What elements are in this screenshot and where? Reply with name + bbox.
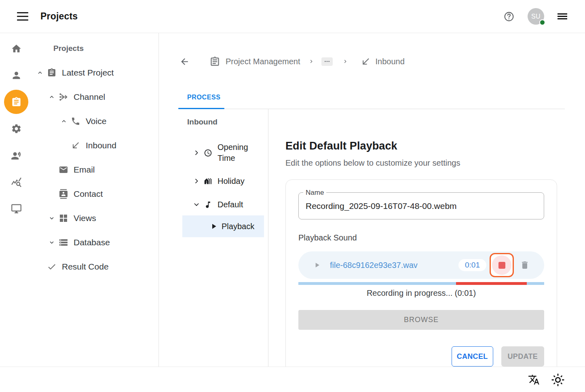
help-icon[interactable] <box>504 11 514 22</box>
process-item-label: Holiday <box>218 176 245 187</box>
recording-progress-red <box>456 282 527 285</box>
form-actions: CANCEL UPDATE <box>298 346 544 367</box>
brightness-icon[interactable] <box>551 373 565 387</box>
duration-badge: 0:01 <box>458 259 486 271</box>
inbound-arrow-icon <box>71 141 80 150</box>
rail-settings-button[interactable] <box>6 119 26 138</box>
play-audio-icon[interactable] <box>313 261 321 269</box>
person-icon <box>11 70 22 81</box>
recording-status-text: Recording in progress... (0:01) <box>298 289 544 298</box>
process-item-label: Opening Time <box>218 142 262 164</box>
translate-icon[interactable] <box>528 374 540 386</box>
chevron-up-icon[interactable] <box>48 93 55 101</box>
sidebar-item-contact[interactable]: Contact <box>32 182 158 206</box>
sidebar-item-label: Email <box>74 165 95 175</box>
process-item-default[interactable]: Default <box>182 194 264 215</box>
clipboard-icon <box>47 68 57 78</box>
recording-progress-bar <box>298 282 544 285</box>
settings-gear-icon <box>11 123 22 134</box>
main-panel: Project Management Inbound PROCESS Inbou… <box>159 33 585 367</box>
views-grid-icon <box>59 213 68 223</box>
chevron-down-icon[interactable] <box>48 239 55 246</box>
audio-file-link[interactable]: file-68c9162e93e37.wav <box>330 261 418 270</box>
sidebar-item-label: Result Code <box>62 262 109 272</box>
tab-label: PROCESS <box>187 94 220 101</box>
holiday-icon <box>204 177 212 185</box>
rail-agents-button[interactable] <box>6 145 26 165</box>
process-tree-panel: Inbound Opening Time Holiday <box>178 109 268 367</box>
analytics-icon <box>11 177 22 188</box>
process-item-label: Default <box>218 199 243 210</box>
clock-icon <box>204 149 212 157</box>
chevron-down-icon[interactable] <box>193 201 200 208</box>
rail-home-button[interactable] <box>6 39 26 58</box>
process-item-holiday[interactable]: Holiday <box>182 170 264 192</box>
stop-recording-button[interactable] <box>490 253 514 277</box>
sidebar-hamburger-icon[interactable] <box>17 12 28 21</box>
process-item-playback[interactable]: Playback <box>182 215 264 237</box>
sidebar-item-email[interactable]: Email <box>32 158 158 182</box>
rail-projects-button[interactable] <box>6 92 26 112</box>
sidebar-item-latest-project[interactable]: Latest Project <box>32 61 158 85</box>
monitor-icon <box>11 203 22 214</box>
chevron-right-icon[interactable] <box>193 150 200 156</box>
edit-playback-panel: Edit Default Playback Edit the options b… <box>268 109 565 367</box>
projects-clipboard-icon <box>11 97 22 107</box>
breadcrumb-ellipsis-button[interactable] <box>321 57 333 66</box>
name-field[interactable]: Name Recording_2025-09-16T07-48-00.webm <box>298 192 544 219</box>
rail-users-button[interactable] <box>6 65 26 85</box>
chevron-right-icon[interactable] <box>193 178 200 184</box>
playback-card: Name Recording_2025-09-16T07-48-00.webm … <box>285 179 557 367</box>
project-clipboard-icon <box>209 56 220 67</box>
email-icon <box>59 165 68 175</box>
audio-player: file-68c9162e93e37.wav 0:01 <box>298 251 544 279</box>
inbound-arrow-icon <box>361 57 371 67</box>
chevron-up-icon[interactable] <box>36 69 44 76</box>
sidebar-item-label: Voice <box>86 116 106 126</box>
process-item-label: Playback <box>222 221 254 232</box>
breadcrumb-current: Inbound <box>376 57 405 66</box>
sidebar-item-label: Database <box>74 238 110 247</box>
home-icon <box>11 43 22 54</box>
cancel-button[interactable]: CANCEL <box>452 346 493 367</box>
chevron-up-icon[interactable] <box>60 118 68 125</box>
delete-audio-icon[interactable] <box>520 260 530 270</box>
music-note-icon <box>204 200 212 209</box>
sidebar-item-channel[interactable]: Channel <box>32 85 158 109</box>
name-field-label: Name <box>303 189 326 196</box>
tab-process[interactable]: PROCESS <box>178 83 224 109</box>
user-avatar[interactable]: SU <box>528 8 544 25</box>
browse-button[interactable]: BROWSE <box>298 310 544 330</box>
update-button[interactable]: UPDATE <box>501 346 544 367</box>
tab-bar: PROCESS <box>178 83 565 109</box>
chevron-right-icon <box>308 58 315 65</box>
contact-icon <box>59 189 68 199</box>
overflow-menu-icon[interactable] <box>558 13 567 19</box>
channel-icon <box>59 92 68 102</box>
phone-icon <box>71 116 80 126</box>
sidebar-item-label: Inbound <box>86 141 116 150</box>
sidebar-header: Projects <box>32 36 158 61</box>
form-title: Edit Default Playback <box>285 140 565 152</box>
chevron-down-icon[interactable] <box>48 215 55 222</box>
check-icon <box>47 262 57 272</box>
sidebar-item-voice[interactable]: Voice <box>32 109 158 133</box>
project-sidebar: Projects Latest Project Channel Voice In… <box>32 33 159 367</box>
chevron-right-icon <box>342 58 348 65</box>
play-icon <box>209 222 218 231</box>
page-title: Projects <box>40 11 78 22</box>
icon-rail <box>0 33 32 367</box>
sidebar-item-label: Views <box>74 213 96 223</box>
sidebar-item-database[interactable]: Database <box>32 230 158 255</box>
rail-monitor-button[interactable] <box>6 199 26 218</box>
breadcrumb-project[interactable]: Project Management <box>226 57 300 66</box>
sidebar-item-result-code[interactable]: Result Code <box>32 255 158 279</box>
process-item-opening-time[interactable]: Opening Time <box>182 137 264 169</box>
top-bar: Projects SU <box>0 0 585 33</box>
form-subtitle: Edit the options below to customize your… <box>285 158 565 168</box>
rail-analytics-button[interactable] <box>6 172 26 192</box>
sidebar-item-inbound[interactable]: Inbound <box>32 133 158 158</box>
sidebar-item-views[interactable]: Views <box>32 206 158 230</box>
name-field-value[interactable]: Recording_2025-09-16T07-48-00.webm <box>299 193 544 219</box>
back-arrow-icon[interactable] <box>180 57 190 67</box>
